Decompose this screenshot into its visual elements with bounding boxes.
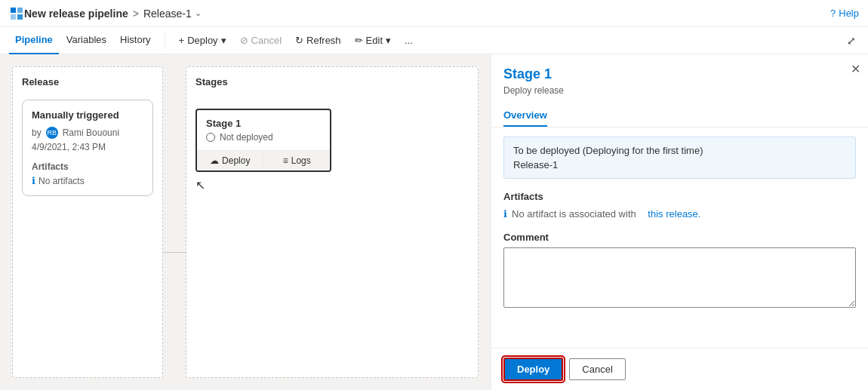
connector-line <box>163 252 186 253</box>
release-chevron-icon: ⌄ <box>195 8 202 18</box>
stage-deploy-button[interactable]: ☁ Deploy <box>197 151 264 170</box>
panel-body: To be deployed (Deploying for the first … <box>491 127 868 348</box>
release-section: Release Manually triggered by RB Rami Bo… <box>12 66 163 378</box>
more-button[interactable]: ... <box>399 32 419 49</box>
comment-textarea[interactable] <box>503 247 856 308</box>
stage-card-header: Stage 1 Not deployed <box>197 110 330 150</box>
user-name: Rami Bououni <box>63 127 119 138</box>
panel-artifacts-title: Artifacts <box>503 191 856 202</box>
deploy-info-release: Release-1 <box>513 159 846 170</box>
close-button[interactable]: ✕ <box>851 62 860 76</box>
stage-status: Not deployed <box>206 132 321 143</box>
logs-icon: ≡ <box>283 155 288 166</box>
trigger-card: Manually triggered by RB Rami Bououni 4/… <box>22 100 153 196</box>
deploy-chevron-icon: ▾ <box>221 35 226 46</box>
panel-artifacts-section: Artifacts ℹ No artifact is associated wi… <box>503 191 856 220</box>
trigger-artifacts: Artifacts ℹ No artifacts <box>32 161 143 186</box>
pipeline-title: New release pipeline <box>24 8 128 20</box>
svg-rect-3 <box>17 14 23 20</box>
stage-name: Stage 1 <box>206 118 321 129</box>
stage-card-wrapper: Stage 1 Not deployed ☁ Deploy <box>195 109 331 192</box>
by-label: by <box>32 127 42 138</box>
panel-deploy-button[interactable]: Deploy <box>503 358 563 381</box>
comment-label: Comment <box>503 232 856 243</box>
cloud-icon: ☁ <box>210 155 219 166</box>
deploy-info-title: To be deployed (Deploying for the first … <box>513 145 846 156</box>
panel-stage-title: Stage 1 <box>503 66 856 82</box>
stages-section-title: Stages <box>195 76 469 88</box>
edit-button[interactable]: ✏ Edit ▾ <box>349 32 397 49</box>
comment-section: Comment <box>503 232 856 310</box>
tab-pipeline[interactable]: Pipeline <box>9 27 59 54</box>
nav-divider <box>165 33 165 48</box>
help-button[interactable]: ? Help <box>830 8 859 19</box>
artifacts-label: Artifacts <box>32 161 143 172</box>
refresh-icon: ↻ <box>295 35 303 46</box>
trigger-user: by RB Rami Bououni <box>32 127 143 139</box>
help-icon: ? <box>830 8 836 19</box>
main-content: Release Manually triggered by RB Rami Bo… <box>0 54 868 390</box>
panel-subtitle: Deploy release <box>503 85 856 96</box>
stage-card: Stage 1 Not deployed ☁ Deploy <box>195 109 331 172</box>
panel-tabs: Overview <box>491 105 868 127</box>
release-name[interactable]: Release-1 ⌄ <box>143 8 202 20</box>
tab-variables[interactable]: Variables <box>60 27 112 54</box>
deploy-info-box: To be deployed (Deploying for the first … <box>503 137 856 179</box>
trigger-timestamp: 4/9/2021, 2:43 PM <box>32 142 143 152</box>
avatar: RB <box>46 127 58 139</box>
refresh-button[interactable]: ↻ Refresh <box>289 32 347 49</box>
tab-overview[interactable]: Overview <box>503 105 547 127</box>
pipeline-canvas: Release Manually triggered by RB Rami Bo… <box>0 54 491 390</box>
topbar: New release pipeline > Release-1 ⌄ ? Hel… <box>0 0 868 27</box>
cancel-icon: ⊘ <box>240 35 248 46</box>
close-icon: ✕ <box>851 63 860 75</box>
edit-chevron-icon: ▾ <box>386 35 391 46</box>
this-release-link[interactable]: this release. <box>648 208 700 220</box>
plus-icon: + <box>179 35 185 46</box>
no-artifacts-text: ℹ No artifacts <box>32 175 143 186</box>
stage-actions: ☁ Deploy ≡ Logs <box>197 150 330 170</box>
stage-logs-button[interactable]: ≡ Logs <box>264 151 331 170</box>
panel-header: Stage 1 Deploy release <box>491 54 868 105</box>
svg-rect-2 <box>11 14 16 20</box>
panel-cancel-button[interactable]: Cancel <box>569 358 625 380</box>
deploy-button[interactable]: + Deploy ▾ <box>173 32 232 49</box>
cancel-button[interactable]: ⊘ Cancel <box>234 32 288 49</box>
breadcrumb-separator: > <box>133 8 139 20</box>
artifact-info-icon: ℹ <box>503 208 507 220</box>
canvas-area: Release Manually triggered by RB Rami Bo… <box>12 66 479 378</box>
release-section-title: Release <box>22 76 153 88</box>
navbar: Pipeline Variables History + Deploy ▾ ⊘ … <box>0 27 868 54</box>
info-icon: ℹ <box>32 175 35 186</box>
edit-icon: ✏ <box>355 35 363 46</box>
status-not-deployed-icon <box>206 133 215 142</box>
svg-rect-1 <box>17 8 23 13</box>
panel-footer: Deploy Cancel <box>491 348 868 390</box>
stages-section: Stages Stage 1 Not deployed ☁ <box>186 66 479 378</box>
trigger-title: Manually triggered <box>32 109 143 121</box>
ado-logo <box>9 6 24 21</box>
cursor-pointer: ↖ <box>195 178 331 192</box>
no-artifact-message: ℹ No artifact is associated with this re… <box>503 208 856 220</box>
expand-icon[interactable]: ⤢ <box>844 32 859 50</box>
connector <box>163 127 186 378</box>
stage-details-panel: ✕ Stage 1 Deploy release Overview To be … <box>491 54 868 390</box>
tab-history[interactable]: History <box>114 27 156 54</box>
svg-rect-0 <box>11 8 16 13</box>
